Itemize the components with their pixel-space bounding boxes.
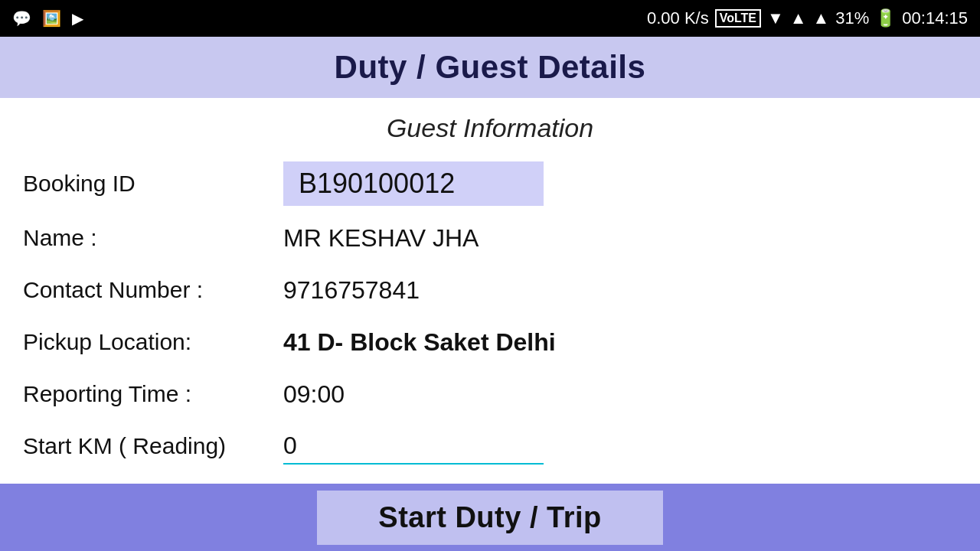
start-km-input[interactable] — [283, 429, 544, 465]
start-km-label: Start KM ( Reading) — [23, 433, 283, 459]
network-speed: 0.00 K/s — [647, 8, 709, 28]
contact-value: 9716757841 — [283, 276, 420, 305]
photos-icon: 🖼️ — [42, 9, 61, 28]
volte-indicator: VoLTE — [715, 9, 761, 28]
signal-icon: ▲ — [790, 8, 807, 28]
booking-id-label: Booking ID — [23, 171, 283, 197]
messenger-icon: 💬 — [12, 9, 31, 28]
pickup-value: 41 D- Block Saket Delhi — [283, 328, 556, 357]
youtube-icon: ▶ — [72, 9, 83, 28]
clock: 00:14:15 — [902, 8, 968, 28]
signal2-icon: ▲ — [813, 8, 830, 28]
battery: 31% — [835, 8, 869, 28]
status-right: 0.00 K/s VoLTE ▼ ▲ ▲ 31% 🔋 00:14:15 — [647, 8, 968, 28]
pickup-label: Pickup Location: — [23, 329, 283, 355]
main-content: Guest Information Booking ID B190100012 … — [0, 98, 980, 533]
header: Duty / Guest Details — [0, 37, 980, 98]
start-km-row: Start KM ( Reading) — [23, 426, 957, 466]
reporting-row: Reporting Time : 09:00 — [23, 374, 957, 414]
contact-label: Contact Number : — [23, 277, 283, 303]
header-title: Duty / Guest Details — [0, 49, 980, 86]
name-row: Name : MR KESHAV JHA — [23, 218, 957, 258]
name-value: MR KESHAV JHA — [283, 224, 479, 253]
section-title: Guest Information — [23, 113, 957, 143]
reporting-label: Reporting Time : — [23, 381, 283, 407]
bottom-bar: Start Duty / Trip — [0, 484, 980, 551]
name-label: Name : — [23, 225, 283, 251]
status-left: 💬 🖼️ ▶ — [12, 9, 83, 28]
reporting-value: 09:00 — [283, 380, 345, 409]
status-bar: 💬 🖼️ ▶ 0.00 K/s VoLTE ▼ ▲ ▲ 31% 🔋 00:14:… — [0, 0, 980, 37]
booking-id-row: Booking ID B190100012 — [23, 161, 957, 206]
start-duty-button[interactable]: Start Duty / Trip — [317, 491, 662, 545]
contact-row: Contact Number : 9716757841 — [23, 270, 957, 310]
booking-id-value: B190100012 — [283, 161, 544, 206]
pickup-row: Pickup Location: 41 D- Block Saket Delhi — [23, 322, 957, 362]
battery-icon: 🔋 — [875, 8, 896, 28]
wifi-icon: ▼ — [767, 8, 784, 28]
